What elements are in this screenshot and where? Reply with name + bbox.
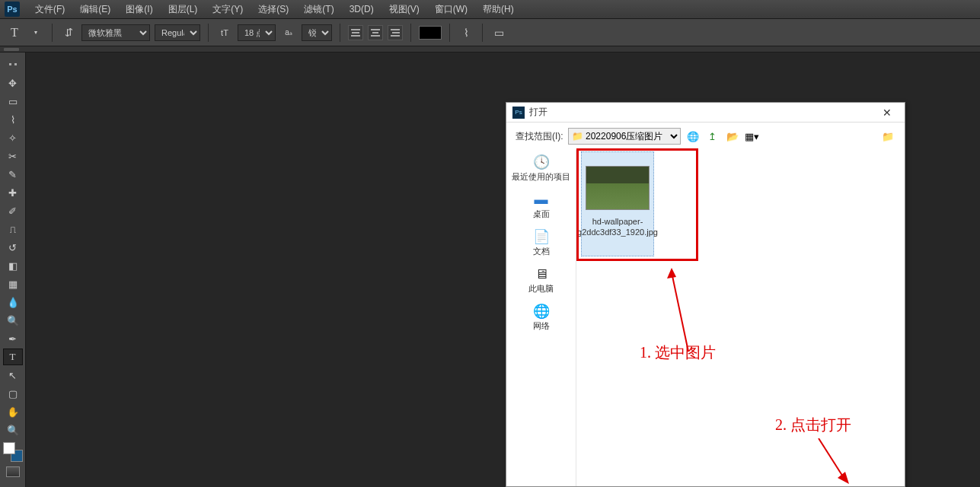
file-list[interactable]: hd-wallpaper-g2ddc3df33_1920.jpg — [576, 150, 905, 486]
menu-window[interactable]: 窗口(W) — [427, 3, 475, 16]
folder-select[interactable]: 📁 20220906压缩图片 — [568, 128, 681, 145]
thispc-icon: 🖥 — [530, 265, 553, 283]
menu-file[interactable]: 文件(F) — [27, 3, 72, 16]
place-documents[interactable]: 📄文档 — [530, 228, 553, 257]
menu-type[interactable]: 文字(Y) — [205, 3, 251, 16]
font-style-select[interactable]: Regular — [155, 24, 200, 41]
crop-tool-icon[interactable]: ✂ — [3, 148, 23, 164]
font-family-select[interactable]: 微软雅黑 — [81, 24, 150, 41]
text-orientation-icon[interactable]: ⇵ — [60, 24, 77, 41]
dialog-body: 🕓最近使用的项目 ▬桌面 📄文档 🖥此电脑 🌐网络 hd-wallpaper-g… — [506, 150, 905, 486]
places-bar: 🕓最近使用的项目 ▬桌面 📄文档 🖥此电脑 🌐网络 — [506, 150, 576, 486]
place-desktop[interactable]: ▬桌面 — [530, 190, 553, 220]
network-icon: 🌐 — [530, 302, 553, 320]
warp-text-icon[interactable]: ⌇ — [458, 24, 474, 41]
brush-tool-icon[interactable]: ✐ — [3, 202, 23, 219]
separator — [340, 24, 340, 42]
eyedropper-tool-icon[interactable]: ✎ — [3, 166, 23, 183]
shape-tool-icon[interactable]: ▢ — [3, 385, 23, 402]
lasso-tool-icon[interactable]: ⌇ — [3, 111, 23, 128]
documents-icon: 📄 — [530, 228, 553, 246]
back-icon[interactable]: 🌐 — [685, 129, 701, 144]
history-brush-tool-icon[interactable]: ↺ — [3, 239, 23, 256]
separator — [482, 24, 483, 42]
zoom-tool-icon[interactable]: 🔍 — [3, 422, 23, 438]
font-size-select[interactable]: 18 点 — [238, 24, 276, 41]
toggle-icon[interactable] — [3, 56, 23, 73]
menu-view[interactable]: 视图(V) — [381, 3, 427, 16]
place-recent[interactable]: 🕓最近使用的项目 — [512, 153, 570, 183]
blur-tool-icon[interactable]: 💧 — [3, 294, 23, 310]
options-bar: T ▾ ⇵ 微软雅黑 Regular tT 18 点 aₐ 锐利 ⌇ ▭ — [0, 19, 980, 46]
document-tab-strip — [0, 46, 980, 53]
hand-tool-icon[interactable]: ✋ — [3, 403, 23, 420]
stamp-tool-icon[interactable]: ⎍ — [3, 221, 23, 237]
annotation-step2: 2. 点击打开 — [775, 415, 851, 435]
aa-icon: aₐ — [280, 24, 297, 41]
menu-image[interactable]: 图像(I) — [118, 3, 160, 16]
annotation-step1: 1. 选中图片 — [640, 342, 716, 363]
separator — [208, 24, 209, 42]
eraser-tool-icon[interactable]: ◧ — [3, 257, 23, 274]
separator — [52, 24, 53, 42]
lookin-label: 查找范围(I): — [516, 130, 563, 143]
dialog-nav: 查找范围(I): 📁 20220906压缩图片 🌐 ↥ 📂 ▦▾ 📁 — [506, 123, 905, 150]
path-select-tool-icon[interactable]: ↖ — [3, 367, 23, 384]
marquee-tool-icon[interactable]: ▭ — [3, 93, 23, 110]
separator — [449, 24, 450, 42]
align-right-button[interactable] — [388, 25, 403, 40]
menu-bar: Ps 文件(F) 编辑(E) 图像(I) 图层(L) 文字(Y) 选择(S) 滤… — [0, 0, 980, 19]
recent-icon: 🕓 — [530, 153, 553, 171]
place-thispc[interactable]: 🖥此电脑 — [528, 265, 554, 294]
viewmenu-icon[interactable]: ▦▾ — [745, 129, 760, 144]
desktop-icon: ▬ — [530, 190, 553, 208]
menu-filter[interactable]: 滤镜(T) — [296, 3, 341, 16]
menu-help[interactable]: 帮助(H) — [475, 3, 522, 16]
newfolder-icon[interactable]: 📂 — [725, 129, 740, 144]
file-item-selected[interactable]: hd-wallpaper-g2ddc3df33_1920.jpg — [581, 151, 654, 256]
align-left-button[interactable] — [348, 25, 363, 40]
toolbox: ✥ ▭ ⌇ ✧ ✂ ✎ ✚ ✐ ⎍ ↺ ◧ ▦ 💧 🔍 ✒ T ↖ ▢ ✋ 🔍 — [0, 53, 26, 487]
healing-tool-icon[interactable]: ✚ — [3, 184, 23, 201]
dialog-title: 打开 — [529, 106, 876, 119]
quickmask-icon[interactable] — [6, 466, 20, 477]
align-center-button[interactable] — [368, 25, 383, 40]
type-tool-icon[interactable]: T — [3, 349, 23, 365]
separator — [410, 24, 411, 42]
file-thumbnail — [586, 166, 650, 210]
ps-icon: Ps — [512, 107, 525, 119]
close-button[interactable]: ✕ — [876, 105, 899, 120]
menu-3d[interactable]: 3D(D) — [342, 4, 381, 14]
tool-preset-icon[interactable]: T — [6, 24, 23, 41]
menu-select[interactable]: 选择(S) — [251, 3, 296, 16]
text-color-swatch[interactable] — [419, 26, 442, 40]
pin-icon[interactable]: 📁 — [880, 129, 895, 144]
caret-icon[interactable]: ▾ — [27, 24, 44, 41]
menu-edit[interactable]: 编辑(E) — [72, 3, 118, 16]
dodge-tool-icon[interactable]: 🔍 — [3, 312, 23, 329]
color-swatches[interactable] — [3, 442, 23, 462]
magic-wand-tool-icon[interactable]: ✧ — [3, 129, 23, 146]
place-network[interactable]: 🌐网络 — [530, 302, 553, 332]
dialog-titlebar: Ps 打开 ✕ — [506, 103, 905, 123]
ps-logo: Ps — [5, 2, 20, 17]
panel-toggle-icon[interactable]: ▭ — [490, 24, 507, 41]
antialias-select[interactable]: 锐利 — [302, 24, 332, 41]
pen-tool-icon[interactable]: ✒ — [3, 330, 23, 347]
font-size-icon: tT — [216, 24, 233, 41]
gradient-tool-icon[interactable]: ▦ — [3, 275, 23, 292]
move-tool-icon[interactable]: ✥ — [3, 75, 23, 91]
menu-layer[interactable]: 图层(L) — [161, 3, 206, 16]
file-name-label: hd-wallpaper-g2ddc3df33_1920.jpg — [577, 216, 658, 238]
up-icon[interactable]: ↥ — [705, 129, 720, 144]
